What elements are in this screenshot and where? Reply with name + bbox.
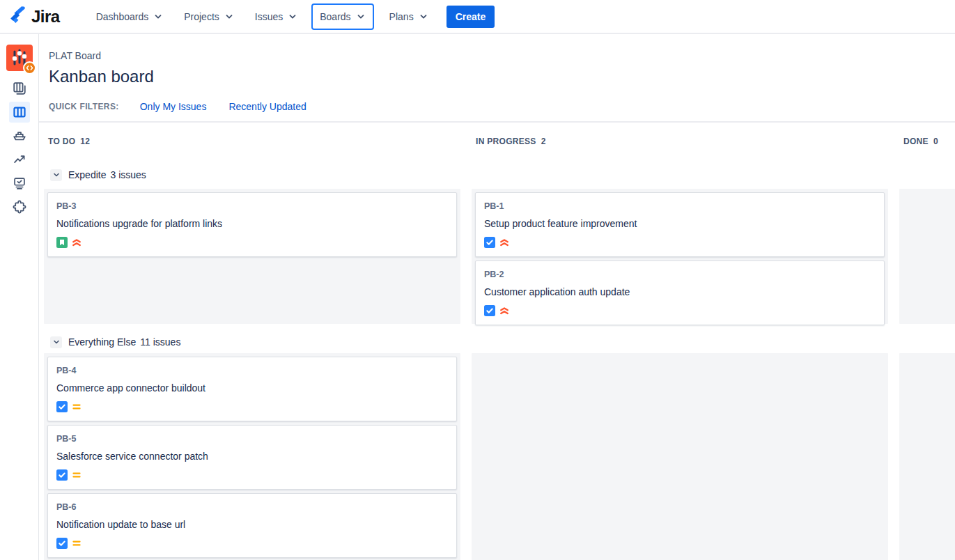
column-header-done: DONE0 — [899, 137, 955, 146]
story-icon — [56, 237, 68, 248]
issue-key: PB-3 — [56, 201, 448, 212]
priority-highest-icon — [71, 237, 82, 248]
code-badge-icon — [23, 61, 36, 75]
breadcrumb[interactable]: PLAT Board — [49, 49, 955, 62]
quick-filters: QUICK FILTERS: Only My Issues Recently U… — [49, 100, 955, 114]
project-avatar-icon[interactable] — [6, 45, 33, 71]
issue-card[interactable]: PB-6 Notification update to base url — [47, 493, 457, 558]
swimlane-count: 3 issues — [110, 169, 146, 180]
chevron-down-icon — [224, 12, 234, 22]
swimlane-header-everything-else: Everything Else 11 issues — [44, 336, 955, 348]
addons-icon[interactable] — [9, 196, 30, 217]
nav-item-plans[interactable]: Plans — [382, 5, 435, 29]
swimlane-collapse-button[interactable] — [50, 336, 62, 348]
issue-title: Salesforce service connector patch — [56, 449, 448, 463]
column-cell-in-progress: PB-1 Setup product feature improvement P… — [472, 189, 888, 324]
issues-icon[interactable] — [9, 173, 30, 194]
priority-highest-icon — [499, 305, 510, 316]
jira-logo-text: Jira — [31, 7, 60, 26]
swimlane-header-expedite: Expedite 3 issues — [44, 169, 955, 181]
chevron-down-icon — [153, 12, 163, 22]
issue-card[interactable]: PB-3 Notifications upgrade for platform … — [47, 192, 457, 257]
header-divider — [39, 121, 955, 123]
chevron-down-icon — [356, 12, 366, 22]
board-area: TO DO12 IN PROGRESS2 DONE0 Expedite 3 is… — [39, 137, 955, 560]
board-icon[interactable] — [9, 102, 30, 123]
issue-title: Notification update to base url — [56, 518, 448, 531]
issue-key: PB-2 — [484, 270, 876, 280]
priority-medium-icon — [71, 401, 82, 412]
issue-card[interactable]: PB-4 Commerce app connector buildout — [47, 357, 457, 421]
board-header: PLAT Board Kanban board QUICK FILTERS: O… — [39, 34, 955, 114]
quick-filters-label: QUICK FILTERS: — [49, 102, 119, 111]
column-cell-in-progress — [472, 353, 888, 560]
chevron-down-icon — [419, 12, 428, 22]
column-cell-done — [899, 189, 955, 324]
nav-item-projects[interactable]: Projects — [177, 5, 241, 29]
column-cell-done — [899, 353, 955, 560]
task-icon — [56, 538, 68, 549]
filter-only-my-issues[interactable]: Only My Issues — [140, 101, 207, 112]
create-button[interactable]: Create — [447, 6, 495, 28]
priority-medium-icon — [71, 538, 82, 549]
column-count: 12 — [80, 137, 90, 146]
issue-key: PB-6 — [56, 502, 448, 513]
issue-title: Setup product feature improvement — [484, 217, 876, 231]
page-title: Kanban board — [49, 67, 955, 86]
issue-key: PB-1 — [484, 201, 876, 212]
backlog-icon[interactable] — [9, 78, 30, 99]
issue-key: PB-4 — [56, 366, 448, 376]
issue-title: Customer application auth update — [484, 285, 876, 299]
nav-item-issues[interactable]: Issues — [248, 5, 304, 29]
project-sidebar — [0, 34, 39, 560]
swimlane-label: Expedite — [68, 169, 106, 180]
releases-icon[interactable] — [9, 125, 30, 146]
nav-item-dashboards[interactable]: Dashboards — [89, 5, 171, 29]
column-count: 0 — [933, 137, 938, 146]
swimlane-everything-else: PB-4 Commerce app connector buildout PB-… — [44, 353, 955, 560]
issue-card[interactable]: PB-2 Customer application auth update — [475, 260, 885, 325]
issue-card[interactable]: PB-5 Salesforce service connector patch — [47, 425, 457, 490]
task-icon — [56, 401, 68, 412]
issue-card[interactable]: PB-1 Setup product feature improvement — [475, 192, 885, 257]
column-header-in-progress: IN PROGRESS2 — [472, 137, 888, 146]
column-cell-todo: PB-3 Notifications upgrade for platform … — [44, 189, 460, 324]
filter-recently-updated[interactable]: Recently Updated — [228, 101, 306, 112]
column-count: 2 — [541, 137, 546, 146]
issue-key: PB-5 — [56, 434, 448, 444]
nav-item-boards[interactable]: Boards — [311, 3, 373, 30]
column-headers: TO DO12 IN PROGRESS2 DONE0 — [44, 137, 955, 146]
top-navigation: Jira Dashboards Projects Issues Boards P… — [0, 0, 955, 34]
issue-title: Notifications upgrade for platform links — [56, 217, 448, 231]
swimlane-count: 11 issues — [140, 336, 180, 348]
swimlane-label: Everything Else — [68, 336, 136, 348]
swimlane-expedite: PB-3 Notifications upgrade for platform … — [44, 189, 955, 324]
task-icon — [56, 469, 68, 481]
jira-logo-icon — [8, 6, 27, 27]
column-cell-todo: PB-4 Commerce app connector buildout PB-… — [44, 353, 460, 560]
chevron-down-icon — [288, 12, 297, 22]
column-header-todo: TO DO12 — [44, 137, 460, 146]
task-icon — [484, 305, 495, 316]
jira-logo[interactable]: Jira — [8, 6, 60, 27]
task-icon — [484, 237, 495, 248]
priority-medium-icon — [71, 469, 82, 481]
board-content: PLAT Board Kanban board QUICK FILTERS: O… — [39, 34, 955, 560]
issue-title: Commerce app connector buildout — [56, 381, 448, 395]
swimlane-collapse-button[interactable] — [50, 169, 62, 181]
priority-highest-icon — [499, 237, 510, 248]
reports-icon[interactable] — [9, 149, 30, 170]
